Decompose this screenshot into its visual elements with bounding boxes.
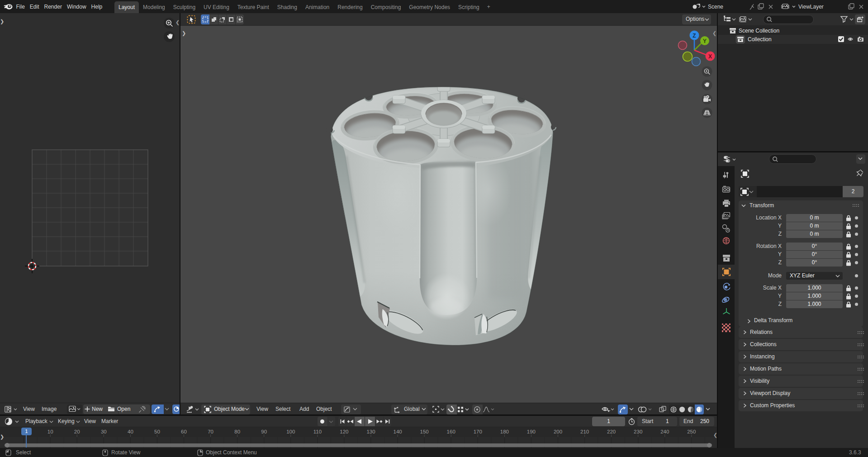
svg-text:40: 40 [128,429,133,434]
svg-text:110: 110 [313,429,322,434]
svg-text:220: 220 [607,429,616,434]
svg-text:140: 140 [394,429,402,434]
svg-text:190: 190 [527,429,536,434]
svg-text:80: 80 [234,429,240,434]
svg-text:170: 170 [474,429,482,434]
svg-text:210: 210 [580,429,589,434]
svg-text:250: 250 [687,429,696,434]
svg-text:160: 160 [447,429,455,434]
svg-text:70: 70 [208,429,213,434]
svg-text:240: 240 [660,429,669,434]
svg-text:90: 90 [261,429,267,434]
svg-text:130: 130 [366,429,375,434]
svg-text:20: 20 [74,429,80,434]
svg-text:30: 30 [101,429,107,434]
svg-text:200: 200 [554,429,562,434]
svg-text:230: 230 [634,429,642,434]
svg-text:50: 50 [154,429,160,434]
svg-text:180: 180 [500,429,509,434]
svg-text:X: X [708,53,712,60]
svg-text:150: 150 [420,429,429,434]
svg-text:60: 60 [181,429,187,434]
svg-text:120: 120 [340,429,348,434]
svg-text:100: 100 [286,429,295,434]
svg-text:Y: Y [703,38,707,44]
svg-text:10: 10 [47,429,53,434]
svg-text:Z: Z [693,33,696,39]
